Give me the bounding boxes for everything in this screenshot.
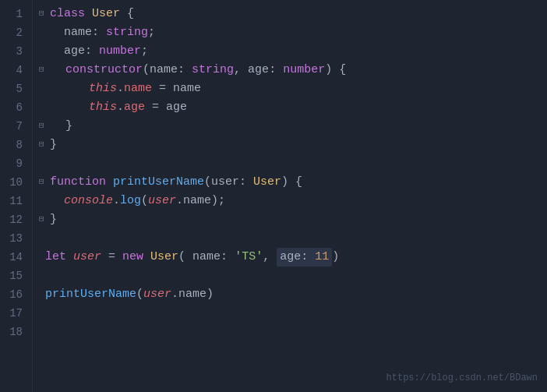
token-eq1: = xyxy=(152,79,173,98)
code-line-4: ⊟constructor(name: string, age: number) … xyxy=(33,61,547,79)
line-num-7: 7 xyxy=(6,117,23,136)
token-new: new xyxy=(122,248,150,267)
line-num-6: 6 xyxy=(6,98,23,117)
token-comma: , xyxy=(234,61,248,79)
token-this-name: name xyxy=(124,79,152,98)
token-paren4: ) { xyxy=(281,173,302,192)
token-console: console xyxy=(64,192,113,210)
token-name-prop: name xyxy=(64,23,92,42)
token-age-val: age xyxy=(166,98,187,117)
line-numbers: 1 2 3 4 5 6 7 8 9 10 11 12 13 14 15 16 1… xyxy=(0,0,33,392)
fold-icon-10: ⊟ xyxy=(39,175,48,189)
token-param-name: name xyxy=(150,61,178,79)
token-dot1: . xyxy=(117,79,124,98)
token-log: log xyxy=(120,192,141,210)
token-name-val: name xyxy=(173,79,201,98)
code-line-13 xyxy=(33,229,547,248)
line-num-8: 8 xyxy=(6,136,23,154)
line-num-15: 15 xyxy=(6,267,23,285)
code-line-16: printUserName(user.name) xyxy=(33,285,547,304)
token-number-type2: number xyxy=(283,61,325,79)
code-line-1: ⊟class User { xyxy=(33,5,547,23)
token-paren7: ( xyxy=(178,248,192,267)
code-line-3: age: number; xyxy=(33,42,547,61)
token-func-name: printUserName xyxy=(113,173,204,192)
token-paren9: ( xyxy=(136,285,143,304)
token-colon2: : xyxy=(85,42,99,61)
token-user-param: user xyxy=(211,173,239,192)
token-dot3: . xyxy=(113,192,120,210)
code-line-17 xyxy=(33,304,547,323)
line-num-11: 11 xyxy=(6,192,23,210)
token-semi2: ; xyxy=(141,42,148,61)
code-line-15 xyxy=(33,267,547,285)
token-close-brace1: } xyxy=(65,117,72,136)
token-user-class: User xyxy=(150,248,178,267)
line-num-4: 4 xyxy=(6,61,23,79)
token-paren5: ( xyxy=(141,192,148,210)
line-num-16: 16 xyxy=(6,285,23,304)
line-num-12: 12 xyxy=(6,210,23,229)
token-paren2: ) { xyxy=(325,61,346,79)
token-eq3: = xyxy=(101,248,122,267)
token-paren: ( xyxy=(143,61,150,79)
token-class-name: User xyxy=(92,5,127,23)
code-line-2: name: string; xyxy=(33,23,547,42)
token-name-prop2: name xyxy=(178,285,206,304)
line-num-10: 10 xyxy=(6,173,23,192)
code-line-9 xyxy=(33,154,547,173)
token-string-type2: string xyxy=(192,61,234,79)
line-num-18: 18 xyxy=(6,323,23,341)
token-colon3: : xyxy=(178,61,192,79)
token-function-kw: function xyxy=(50,173,113,192)
token-constructor-kw: constructor xyxy=(65,61,143,79)
token-paren3: ( xyxy=(204,173,211,192)
token-number-type: number xyxy=(99,42,141,61)
code-line-10: ⊟function printUserName(user: User) { xyxy=(33,173,547,192)
blog-url: https://blog.csdn.net/BDawn xyxy=(386,371,538,386)
token-this1: this xyxy=(89,79,117,98)
token-string-type: string xyxy=(106,23,148,42)
code-line-8: ⊟} xyxy=(33,136,547,154)
fold-icon-7: ⊟ xyxy=(39,119,48,133)
line-num-13: 13 xyxy=(6,229,23,248)
line-num-3: 3 xyxy=(6,42,23,61)
code-line-12: ⊟} xyxy=(33,210,547,229)
token-colon5: : xyxy=(239,173,253,192)
code-line-6: this.age = age xyxy=(33,98,547,117)
token-dot4: . xyxy=(176,192,183,210)
token-semi: ; xyxy=(148,23,155,42)
line-num-17: 17 xyxy=(6,304,23,323)
token-dot5: . xyxy=(171,285,178,304)
token-name-label: name xyxy=(192,248,221,267)
token-ts-str: 'TS' xyxy=(235,248,263,267)
token-this2: this xyxy=(89,98,117,117)
token-user2: user xyxy=(143,285,171,304)
fold-icon-4: ⊟ xyxy=(39,63,48,77)
token-comma2: , xyxy=(263,248,277,267)
token-user1: user xyxy=(148,192,176,210)
highlight-age: age: 11 xyxy=(277,248,332,267)
token-paren10: ) xyxy=(206,285,214,304)
code-line-5: this.name = name xyxy=(33,79,547,98)
token-param-age: age xyxy=(248,61,269,79)
code-editor: 1 2 3 4 5 6 7 8 9 10 11 12 13 14 15 16 1… xyxy=(0,0,547,392)
line-num-1: 1 xyxy=(6,5,23,23)
token-user-type: User xyxy=(253,173,281,192)
code-area: ⊟class User { name: string; age: number;… xyxy=(33,0,547,392)
token-colon6: : xyxy=(221,248,235,267)
token-11: 11 xyxy=(315,250,329,263)
line-num-9: 9 xyxy=(6,154,23,173)
code-line-7: ⊟} xyxy=(33,117,547,136)
token-eq2: = xyxy=(145,98,166,117)
token-paren6: ); xyxy=(211,192,225,210)
token-brace: { xyxy=(127,5,134,23)
fold-icon-1: ⊟ xyxy=(39,7,48,21)
code-line-18 xyxy=(33,323,547,341)
token-name-access: name xyxy=(183,192,211,210)
token-paren8: ) xyxy=(332,248,339,267)
code-line-11: console.log(user.name); xyxy=(33,192,547,210)
line-num-2: 2 xyxy=(6,23,23,42)
code-line-14: let user = new User( name: 'TS', age: 11… xyxy=(33,248,547,267)
token-age-prop: age xyxy=(64,42,85,61)
